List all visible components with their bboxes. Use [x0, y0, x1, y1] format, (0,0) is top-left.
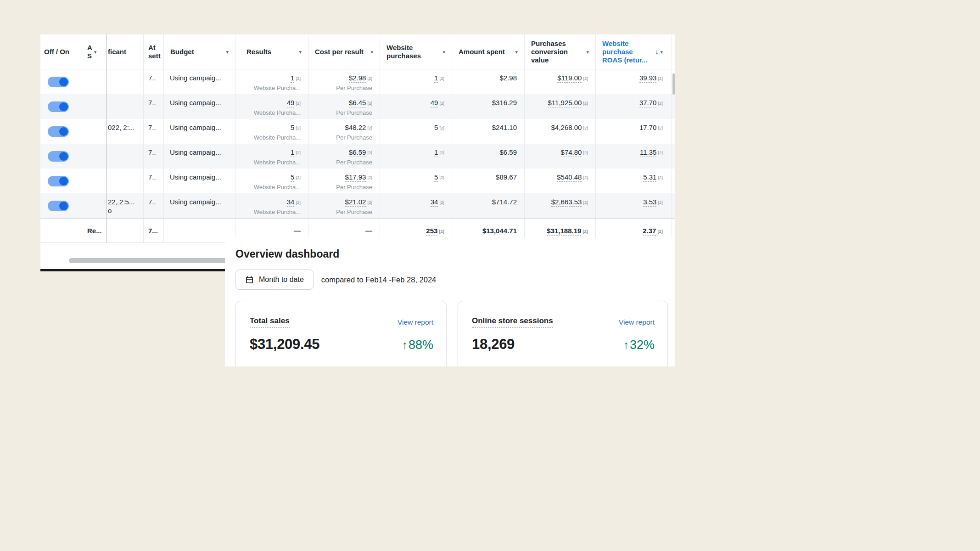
roas-value: 37.70	[639, 99, 657, 107]
totals-conversion-value: $31,188.19	[547, 227, 581, 236]
footnote-marker: [2]	[583, 175, 588, 180]
toggle-cell	[40, 144, 81, 169]
significant-edits-cell	[107, 144, 144, 169]
delta-value: 32%	[630, 338, 655, 352]
campaign-on-toggle[interactable]	[48, 77, 69, 87]
campaign-row: 7.. Using campaig... 5[2] Website Purcha…	[40, 169, 675, 193]
column-label: Website purchases	[386, 44, 421, 60]
cost-type-label: Per Purchase	[308, 84, 372, 92]
footnote-marker: [2]	[583, 200, 588, 205]
column-label: Amount spent	[459, 48, 505, 56]
cost-type-label: Per Purchase	[308, 134, 372, 142]
conversion-value: $540.48	[557, 173, 582, 182]
column-header-purchases-conversion-value[interactable]: Purchases conversion value ▾	[525, 34, 596, 69]
website-purchases-cell: 34[2]	[380, 193, 452, 218]
ad-set-cell	[81, 193, 107, 218]
footnote-marker: [2]	[439, 101, 444, 106]
table-header-row: Off / On A S▾ ficant At sett Budget ▾ Re…	[40, 34, 675, 69]
budget-value: Using campaig...	[170, 173, 221, 181]
campaign-on-toggle[interactable]	[48, 201, 69, 211]
attribution-setting: 7..	[148, 173, 156, 181]
date-range-button[interactable]: Month to date	[235, 270, 314, 290]
website-purchases-value: 1	[434, 74, 438, 83]
view-report-link[interactable]: View report	[398, 318, 433, 326]
campaign-on-toggle[interactable]	[48, 126, 69, 137]
toggle-knob	[59, 177, 68, 186]
cost-per-result-value: $6.59	[349, 148, 366, 157]
results-type-label: Website Purcha...	[235, 84, 301, 92]
toggle-knob	[59, 152, 68, 161]
conversion-value-cell: $4,268.00[2]	[525, 119, 596, 144]
roas-cell: 17.70[2]	[596, 119, 672, 144]
attribution-setting: 7..	[148, 198, 156, 206]
campaign-on-toggle[interactable]	[48, 151, 69, 162]
totals-cost: —	[365, 227, 372, 235]
ad-set-cell	[81, 169, 107, 193]
column-header-amount-spent[interactable]: Amount spent ▾	[452, 34, 525, 69]
column-header-attribution-setting[interactable]: At sett	[144, 34, 164, 69]
total-sales-card: Total sales View report $31,209.45 ↑88%	[235, 301, 447, 366]
column-label: Website purchase ROAS (retur...	[602, 39, 647, 64]
metric-value: 18,269	[472, 336, 515, 353]
campaign-row: 022, 2:... 7.. Using campaig... 5[2] Web…	[40, 119, 675, 144]
cost-type-label: Per Purchase	[308, 183, 372, 191]
cost-per-result-cell: $21.02[2] Per Purchase	[308, 193, 380, 218]
column-label: ficant	[108, 48, 126, 56]
campaign-on-toggle[interactable]	[48, 176, 69, 186]
conversion-value-cell: $11,925.00[2]	[525, 94, 596, 119]
metric-delta: ↑32%	[623, 338, 655, 352]
cost-per-result-value: $21.02	[345, 198, 366, 207]
roas-cell: 37.70[2]	[596, 94, 672, 119]
column-header-website-purchases[interactable]: Website purchases ▾	[380, 34, 452, 69]
footnote-marker: [2]	[367, 200, 372, 205]
metric-label[interactable]: Total sales	[250, 316, 290, 328]
column-header-significant-edits[interactable]: ficant	[107, 34, 144, 69]
toggle-cell	[40, 119, 81, 144]
attribution-setting-cell: 7..	[144, 193, 164, 218]
vertical-scrollbar-thumb[interactable]	[672, 73, 675, 95]
footnote-marker: [2]	[367, 175, 372, 180]
significant-edits-cell	[107, 69, 144, 94]
campaign-on-toggle[interactable]	[48, 101, 69, 112]
ad-set-cell	[81, 69, 107, 94]
conversion-value: $119.00	[557, 74, 582, 83]
totals-results: —	[294, 227, 301, 235]
column-label: A S	[87, 44, 92, 60]
budget-value: Using campaig...	[170, 99, 221, 107]
shopify-overview-dashboard: Overview dashboard Month to date compare…	[225, 238, 675, 366]
website-purchases-value: 5	[434, 173, 438, 182]
footnote-marker: [2]	[658, 150, 663, 155]
significant-edits-cell: 22, 2:5... o	[107, 193, 144, 218]
view-report-link[interactable]: View report	[619, 318, 655, 326]
totals-significant-cell	[107, 219, 144, 242]
column-label: Budget	[170, 48, 194, 56]
cost-per-result-cell: $17.93[2] Per Purchase	[308, 169, 380, 193]
toggle-knob	[59, 102, 68, 111]
conversion-value: $74.80	[561, 148, 582, 157]
conversion-value: $4,268.00	[551, 124, 582, 132]
column-header-results[interactable]: Results ▾	[235, 34, 308, 69]
results-value: 5	[291, 124, 294, 132]
roas-value: 5.31	[643, 173, 656, 182]
budget-cell: Using campaig...	[164, 119, 235, 144]
column-header-ad-set[interactable]: A S▾	[81, 34, 107, 69]
website-purchases-cell: 5[2]	[380, 119, 452, 144]
significant-edits-cell	[107, 169, 144, 193]
cost-per-result-cell: $2.98[2] Per Purchase	[308, 69, 380, 94]
results-type-label: Website Purcha...	[235, 208, 301, 216]
budget-value: Using campaig...	[170, 74, 221, 82]
column-header-cost-per-result[interactable]: Cost per result ▾	[308, 34, 380, 69]
delta-value: 88%	[409, 338, 433, 352]
metric-label[interactable]: Online store sessions	[472, 316, 553, 328]
roas-cell: 39.93[2]	[596, 69, 672, 94]
conversion-value-cell: $74.80[2]	[525, 144, 596, 169]
amount-spent-value: $316.29	[492, 99, 517, 107]
footnote-marker: [2]	[583, 125, 588, 130]
footnote-marker: [2]	[583, 150, 588, 155]
footnote-marker: [2]	[439, 229, 444, 234]
dashboard-title: Overview dashboard	[235, 248, 339, 260]
website-purchases-value: 1	[434, 148, 438, 157]
column-header-budget[interactable]: Budget ▾	[164, 34, 235, 69]
results-cell: 5[2] Website Purcha...	[235, 169, 308, 193]
column-header-website-purchase-roas[interactable]: Website purchase ROAS (retur... ↓ ▾	[596, 34, 672, 69]
